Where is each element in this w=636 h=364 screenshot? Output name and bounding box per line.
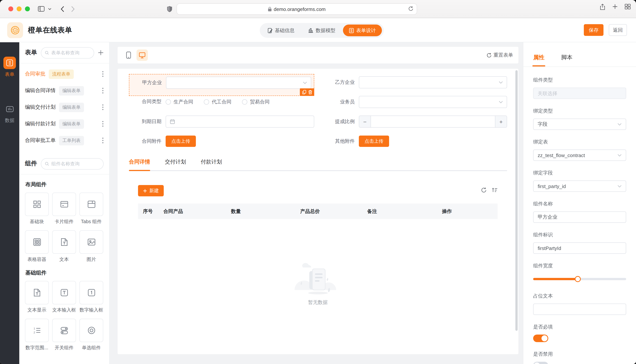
bind-table-select[interactable]: zz_test_flow_contract xyxy=(533,150,626,161)
copy-icon[interactable] xyxy=(302,90,306,94)
component-text-input[interactable]: 文本输入框 xyxy=(52,281,76,314)
form-list-item[interactable]: 合同审批 流程表单 xyxy=(19,66,109,82)
form-preview-card: 甲方企业 乙方企业 xyxy=(118,69,518,354)
commission-input[interactable] xyxy=(371,116,495,127)
stepper-minus-button[interactable]: − xyxy=(359,116,371,127)
kebab-menu-icon[interactable] xyxy=(102,121,104,127)
component-image[interactable]: 图片 xyxy=(79,230,103,263)
form-list-item[interactable]: 编辑交付计划 编辑表单 xyxy=(19,99,109,116)
due-date-input[interactable] xyxy=(166,116,314,128)
tab-properties[interactable]: 属性 xyxy=(533,54,544,66)
canvas-scrollbar[interactable] xyxy=(515,70,518,331)
component-width-slider[interactable] xyxy=(533,276,626,282)
radio-trade-contract[interactable]: 贸易合同 xyxy=(242,98,270,105)
component-radio[interactable]: 单选组件 xyxy=(79,319,103,351)
component-table-container[interactable]: 表格容器 xyxy=(25,230,49,263)
component-name-input[interactable] xyxy=(538,214,622,220)
bind-field-select[interactable]: first_party_id xyxy=(533,180,626,192)
salesman-select[interactable] xyxy=(359,96,507,108)
delete-icon[interactable] xyxy=(308,90,312,94)
required-toggle[interactable] xyxy=(533,334,548,342)
component-card[interactable]: 卡片组件 xyxy=(52,192,76,225)
form-module-icon xyxy=(4,57,16,69)
tab-script[interactable]: 脚本 xyxy=(561,54,572,66)
new-tab-icon[interactable] xyxy=(612,4,618,12)
radio-production-contract[interactable]: 生产合同 xyxy=(166,98,193,105)
chevron-down-icon[interactable] xyxy=(47,4,53,14)
radio-oem-contract[interactable]: 代工合同 xyxy=(204,98,232,105)
component-switch[interactable]: 开关组件 xyxy=(52,319,76,351)
rail-label-data: 数据 xyxy=(5,118,14,124)
first-party-select[interactable] xyxy=(166,77,311,89)
kebab-menu-icon[interactable] xyxy=(102,138,104,144)
component-basic-block[interactable]: 基础块 xyxy=(25,192,49,225)
close-window-button[interactable] xyxy=(8,6,13,11)
field-due-date: 到期日期 xyxy=(129,116,314,128)
tab-delivery-plan[interactable]: 交付计划 xyxy=(165,158,186,170)
address-bar[interactable]: demo.orangeforms.com xyxy=(176,4,417,15)
traffic-lights xyxy=(8,6,30,11)
field-label-salesman: 业务员 xyxy=(322,96,355,108)
component-search-box[interactable] xyxy=(41,158,104,169)
form-search-box[interactable] xyxy=(41,47,94,58)
bar-chart-icon xyxy=(308,28,313,33)
reload-icon[interactable] xyxy=(408,6,413,12)
new-row-button[interactable]: 新建 xyxy=(138,185,164,196)
tab-form-design[interactable]: 表单设计 xyxy=(343,24,382,36)
table-refresh-icon[interactable] xyxy=(481,187,487,193)
components-section-title: 组件 xyxy=(25,160,37,168)
mobile-preview-icon[interactable] xyxy=(123,50,134,61)
rail-item-forms[interactable]: 表单 xyxy=(0,57,19,78)
tab-contract-detail[interactable]: 合同详情 xyxy=(129,158,150,170)
disabled-toggle[interactable] xyxy=(533,362,548,364)
component-type-input xyxy=(533,88,626,99)
slider-handle[interactable] xyxy=(575,276,581,282)
left-panel: 表单 合同审批 流程表单 编辑合同详情 编辑表单 编辑交付计划 编 xyxy=(19,42,110,364)
stepper-plus-button[interactable]: + xyxy=(495,116,507,127)
second-party-select[interactable] xyxy=(359,76,507,88)
component-text[interactable]: 文本 xyxy=(52,230,76,263)
form-list-item[interactable]: 编辑合同详情 编辑表单 xyxy=(19,82,109,99)
table-sort-icon[interactable] xyxy=(492,187,498,193)
tab-overview-icon[interactable] xyxy=(625,4,631,12)
forward-button[interactable] xyxy=(68,4,78,14)
form-list-item[interactable]: 合同审批工单 工单列表 xyxy=(19,132,109,149)
app-header: 橙单在线表单 基础信息 数据模型 表单设计 保存 返回 xyxy=(0,18,636,42)
privacy-shield-icon[interactable] xyxy=(164,4,175,14)
form-list-item[interactable]: 编辑付款计划 编辑表单 xyxy=(19,116,109,132)
component-number-input[interactable]: 数字输入框 xyxy=(79,281,103,314)
desktop-preview-icon[interactable] xyxy=(136,50,148,61)
sidebar-toggle-icon[interactable] xyxy=(36,4,47,14)
kebab-menu-icon[interactable] xyxy=(102,104,104,110)
form-search-input[interactable] xyxy=(51,50,90,55)
prop-disabled: 是否禁用 xyxy=(533,351,626,364)
share-icon[interactable] xyxy=(600,4,605,12)
component-tabs[interactable]: Tabs 组件 xyxy=(79,192,103,225)
tab-data-model[interactable]: 数据模型 xyxy=(302,24,341,36)
bind-type-select[interactable]: 字段 xyxy=(533,118,626,130)
save-button[interactable]: 保存 xyxy=(584,24,603,36)
reset-form-button[interactable]: 重置表单 xyxy=(487,52,513,58)
zoom-window-button[interactable] xyxy=(25,6,30,11)
selected-widget-first-party[interactable]: 甲方企业 xyxy=(129,74,314,96)
tab-payment-plan[interactable]: 付款计划 xyxy=(201,158,222,170)
minimize-window-button[interactable] xyxy=(17,6,22,11)
back-button[interactable] xyxy=(57,4,68,14)
kebab-menu-icon[interactable] xyxy=(102,88,104,94)
component-text-display[interactable]: 文本显示 xyxy=(25,281,49,314)
component-search-input[interactable] xyxy=(51,161,99,166)
field-label-contract-type: 合同类型 xyxy=(129,96,161,107)
text-doc-icon xyxy=(59,237,69,247)
back-button-header[interactable]: 返回 xyxy=(609,24,627,36)
component-number-range[interactable]: 12 数字范围... xyxy=(25,319,49,351)
kebab-menu-icon[interactable] xyxy=(102,71,104,77)
placeholder-text-input[interactable] xyxy=(538,306,622,312)
contract-upload-button[interactable]: 点击上传 xyxy=(166,136,196,147)
svg-text:1: 1 xyxy=(34,327,35,330)
add-form-button[interactable] xyxy=(98,50,104,56)
rail-item-data[interactable]: 数据 xyxy=(0,103,19,124)
tab-basic-info[interactable]: 基础信息 xyxy=(262,24,301,36)
chevron-down-icon xyxy=(303,81,307,84)
component-key-input[interactable] xyxy=(538,245,622,251)
other-upload-button[interactable]: 点击上传 xyxy=(359,136,389,147)
